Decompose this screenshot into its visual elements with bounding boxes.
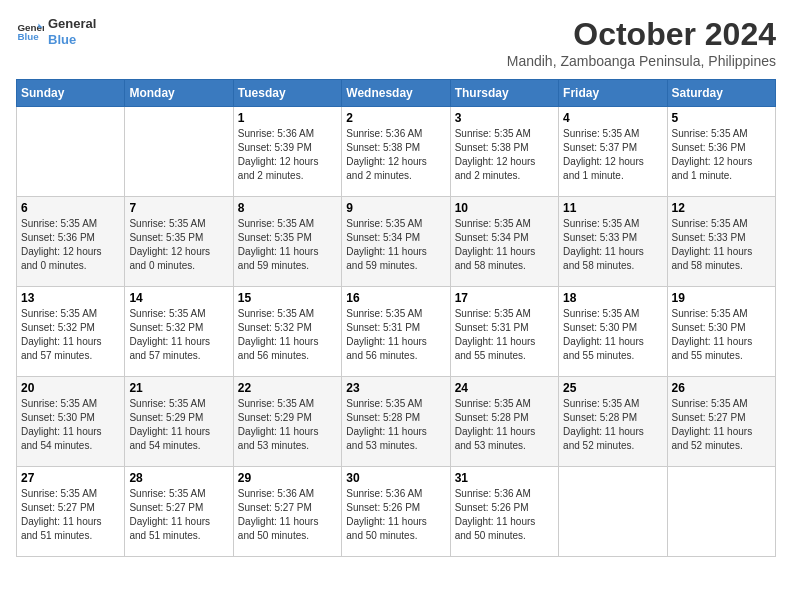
- day-number: 18: [563, 291, 662, 305]
- day-info: Sunrise: 5:35 AMSunset: 5:33 PMDaylight:…: [563, 217, 662, 273]
- day-number: 14: [129, 291, 228, 305]
- calendar-cell: 3Sunrise: 5:35 AMSunset: 5:38 PMDaylight…: [450, 107, 558, 197]
- calendar-cell: [667, 467, 775, 557]
- day-number: 16: [346, 291, 445, 305]
- day-number: 11: [563, 201, 662, 215]
- calendar-cell: 30Sunrise: 5:36 AMSunset: 5:26 PMDayligh…: [342, 467, 450, 557]
- day-number: 4: [563, 111, 662, 125]
- day-info: Sunrise: 5:35 AMSunset: 5:33 PMDaylight:…: [672, 217, 771, 273]
- calendar-cell: 2Sunrise: 5:36 AMSunset: 5:38 PMDaylight…: [342, 107, 450, 197]
- day-info: Sunrise: 5:35 AMSunset: 5:38 PMDaylight:…: [455, 127, 554, 183]
- day-info: Sunrise: 5:35 AMSunset: 5:32 PMDaylight:…: [238, 307, 337, 363]
- calendar-cell: 20Sunrise: 5:35 AMSunset: 5:30 PMDayligh…: [17, 377, 125, 467]
- calendar-cell: 31Sunrise: 5:36 AMSunset: 5:26 PMDayligh…: [450, 467, 558, 557]
- day-number: 13: [21, 291, 120, 305]
- day-info: Sunrise: 5:35 AMSunset: 5:29 PMDaylight:…: [238, 397, 337, 453]
- calendar-cell: 5Sunrise: 5:35 AMSunset: 5:36 PMDaylight…: [667, 107, 775, 197]
- header-saturday: Saturday: [667, 80, 775, 107]
- page-header: General Blue General Blue October 2024 M…: [16, 16, 776, 69]
- day-number: 3: [455, 111, 554, 125]
- day-info: Sunrise: 5:35 AMSunset: 5:27 PMDaylight:…: [129, 487, 228, 543]
- day-info: Sunrise: 5:35 AMSunset: 5:28 PMDaylight:…: [346, 397, 445, 453]
- day-info: Sunrise: 5:35 AMSunset: 5:31 PMDaylight:…: [455, 307, 554, 363]
- day-info: Sunrise: 5:35 AMSunset: 5:30 PMDaylight:…: [21, 397, 120, 453]
- month-title: October 2024: [507, 16, 776, 53]
- calendar-cell: 11Sunrise: 5:35 AMSunset: 5:33 PMDayligh…: [559, 197, 667, 287]
- logo-icon: General Blue: [16, 18, 44, 46]
- calendar-cell: [17, 107, 125, 197]
- day-info: Sunrise: 5:35 AMSunset: 5:30 PMDaylight:…: [563, 307, 662, 363]
- day-info: Sunrise: 5:35 AMSunset: 5:28 PMDaylight:…: [455, 397, 554, 453]
- calendar-cell: 10Sunrise: 5:35 AMSunset: 5:34 PMDayligh…: [450, 197, 558, 287]
- calendar-cell: [559, 467, 667, 557]
- day-number: 2: [346, 111, 445, 125]
- calendar-cell: 7Sunrise: 5:35 AMSunset: 5:35 PMDaylight…: [125, 197, 233, 287]
- calendar-cell: 29Sunrise: 5:36 AMSunset: 5:27 PMDayligh…: [233, 467, 341, 557]
- calendar-cell: 12Sunrise: 5:35 AMSunset: 5:33 PMDayligh…: [667, 197, 775, 287]
- day-info: Sunrise: 5:35 AMSunset: 5:28 PMDaylight:…: [563, 397, 662, 453]
- day-info: Sunrise: 5:35 AMSunset: 5:32 PMDaylight:…: [21, 307, 120, 363]
- day-info: Sunrise: 5:35 AMSunset: 5:34 PMDaylight:…: [455, 217, 554, 273]
- day-number: 28: [129, 471, 228, 485]
- day-number: 17: [455, 291, 554, 305]
- header-sunday: Sunday: [17, 80, 125, 107]
- calendar-table: SundayMondayTuesdayWednesdayThursdayFrid…: [16, 79, 776, 557]
- day-info: Sunrise: 5:35 AMSunset: 5:27 PMDaylight:…: [21, 487, 120, 543]
- day-number: 21: [129, 381, 228, 395]
- calendar-cell: 4Sunrise: 5:35 AMSunset: 5:37 PMDaylight…: [559, 107, 667, 197]
- day-number: 31: [455, 471, 554, 485]
- calendar-cell: 6Sunrise: 5:35 AMSunset: 5:36 PMDaylight…: [17, 197, 125, 287]
- calendar-week-2: 6Sunrise: 5:35 AMSunset: 5:36 PMDaylight…: [17, 197, 776, 287]
- logo: General Blue General Blue: [16, 16, 96, 47]
- day-number: 22: [238, 381, 337, 395]
- calendar-cell: 15Sunrise: 5:35 AMSunset: 5:32 PMDayligh…: [233, 287, 341, 377]
- day-number: 30: [346, 471, 445, 485]
- calendar-cell: 27Sunrise: 5:35 AMSunset: 5:27 PMDayligh…: [17, 467, 125, 557]
- day-number: 20: [21, 381, 120, 395]
- day-number: 10: [455, 201, 554, 215]
- day-number: 1: [238, 111, 337, 125]
- day-number: 15: [238, 291, 337, 305]
- calendar-cell: [125, 107, 233, 197]
- day-info: Sunrise: 5:36 AMSunset: 5:26 PMDaylight:…: [455, 487, 554, 543]
- calendar-cell: 18Sunrise: 5:35 AMSunset: 5:30 PMDayligh…: [559, 287, 667, 377]
- day-info: Sunrise: 5:35 AMSunset: 5:36 PMDaylight:…: [672, 127, 771, 183]
- day-number: 19: [672, 291, 771, 305]
- svg-text:Blue: Blue: [17, 31, 39, 42]
- title-block: October 2024 Mandih, Zamboanga Peninsula…: [507, 16, 776, 69]
- day-info: Sunrise: 5:36 AMSunset: 5:26 PMDaylight:…: [346, 487, 445, 543]
- calendar-cell: 28Sunrise: 5:35 AMSunset: 5:27 PMDayligh…: [125, 467, 233, 557]
- day-number: 23: [346, 381, 445, 395]
- day-number: 27: [21, 471, 120, 485]
- calendar-cell: 1Sunrise: 5:36 AMSunset: 5:39 PMDaylight…: [233, 107, 341, 197]
- calendar-cell: 8Sunrise: 5:35 AMSunset: 5:35 PMDaylight…: [233, 197, 341, 287]
- calendar-week-4: 20Sunrise: 5:35 AMSunset: 5:30 PMDayligh…: [17, 377, 776, 467]
- header-monday: Monday: [125, 80, 233, 107]
- day-info: Sunrise: 5:35 AMSunset: 5:29 PMDaylight:…: [129, 397, 228, 453]
- header-friday: Friday: [559, 80, 667, 107]
- header-wednesday: Wednesday: [342, 80, 450, 107]
- day-info: Sunrise: 5:35 AMSunset: 5:31 PMDaylight:…: [346, 307, 445, 363]
- logo-text-blue: Blue: [48, 32, 96, 48]
- calendar-cell: 17Sunrise: 5:35 AMSunset: 5:31 PMDayligh…: [450, 287, 558, 377]
- calendar-cell: 19Sunrise: 5:35 AMSunset: 5:30 PMDayligh…: [667, 287, 775, 377]
- day-number: 24: [455, 381, 554, 395]
- calendar-cell: 13Sunrise: 5:35 AMSunset: 5:32 PMDayligh…: [17, 287, 125, 377]
- day-info: Sunrise: 5:35 AMSunset: 5:27 PMDaylight:…: [672, 397, 771, 453]
- day-number: 12: [672, 201, 771, 215]
- day-number: 8: [238, 201, 337, 215]
- logo-text-general: General: [48, 16, 96, 32]
- day-info: Sunrise: 5:35 AMSunset: 5:36 PMDaylight:…: [21, 217, 120, 273]
- day-number: 5: [672, 111, 771, 125]
- calendar-cell: 9Sunrise: 5:35 AMSunset: 5:34 PMDaylight…: [342, 197, 450, 287]
- day-info: Sunrise: 5:36 AMSunset: 5:27 PMDaylight:…: [238, 487, 337, 543]
- day-info: Sunrise: 5:36 AMSunset: 5:39 PMDaylight:…: [238, 127, 337, 183]
- day-info: Sunrise: 5:35 AMSunset: 5:37 PMDaylight:…: [563, 127, 662, 183]
- calendar-cell: 16Sunrise: 5:35 AMSunset: 5:31 PMDayligh…: [342, 287, 450, 377]
- calendar-cell: 22Sunrise: 5:35 AMSunset: 5:29 PMDayligh…: [233, 377, 341, 467]
- day-info: Sunrise: 5:36 AMSunset: 5:38 PMDaylight:…: [346, 127, 445, 183]
- calendar-header-row: SundayMondayTuesdayWednesdayThursdayFrid…: [17, 80, 776, 107]
- header-thursday: Thursday: [450, 80, 558, 107]
- day-info: Sunrise: 5:35 AMSunset: 5:35 PMDaylight:…: [238, 217, 337, 273]
- day-number: 26: [672, 381, 771, 395]
